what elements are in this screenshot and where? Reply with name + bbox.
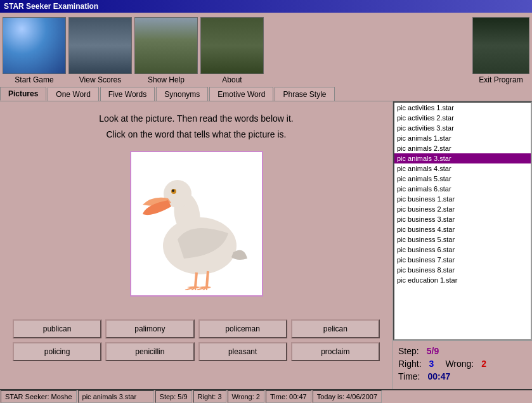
file-item-3[interactable]: pic animals 1.star [394,133,531,143]
file-item-17[interactable]: pic education 1.star [394,275,531,285]
instruction-area: Look at the picture. Then read the words… [0,101,393,146]
svg-point-4 [172,189,174,192]
time-value: 00:47 [427,371,450,381]
show-help-label[interactable]: Show Help [148,75,185,84]
file-item-16[interactable]: pic business 8.star [394,265,531,275]
picture-frame [130,151,263,297]
title-bar-text: STAR Seeker Examination [4,2,98,11]
instruction-line2: Click on the word that tells what the pi… [13,127,380,143]
pelican-image [139,157,254,290]
file-item-5[interactable]: pic animals 3.star [394,153,531,163]
tab-five-words[interactable]: Five Words [100,87,155,101]
start-game-section[interactable]: Start Game [3,17,66,86]
title-bar: STAR Seeker Examination [0,0,532,13]
view-scores-image [68,17,132,74]
file-item-11[interactable]: pic business 3.star [394,214,531,224]
start-game-label[interactable]: Start Game [15,75,53,84]
answer-button-4[interactable]: policing [13,342,101,361]
wrong-label: Wrong: [445,359,474,369]
file-item-8[interactable]: pic animals 6.star [394,184,531,194]
toolbar-area: Start Game View Scores Show Help About E… [0,13,532,86]
step-row: Step: 5/9 [398,346,527,356]
time-label: Time: [398,371,420,381]
main-wrapper: STAR Seeker Examination Start Game View … [0,0,532,403]
start-game-image [3,17,66,74]
status-app-name: STAR Seeker: Moshe [1,390,77,403]
answer-button-0[interactable]: publican [13,319,101,338]
answer-button-3[interactable]: pelican [291,319,380,338]
about-section[interactable]: About [200,17,264,86]
right-wrong-row: Right: 3 Wrong: 2 [398,359,527,369]
status-step: Step: 5/9 [155,390,192,403]
wrong-value: 2 [481,359,486,369]
svg-line-6 [207,271,208,287]
answer-buttons-area: publican palimony policeman pelican poli… [0,314,393,366]
tab-phrase-style[interactable]: Phrase Style [275,87,334,101]
show-help-image [134,17,198,74]
file-item-14[interactable]: pic business 6.star [394,245,531,255]
answer-button-6[interactable]: pleasant [198,342,287,361]
time-row: Time: 00:47 [398,371,527,381]
show-help-section[interactable]: Show Help [134,17,198,86]
file-item-0[interactable]: pic activities 1.star [394,103,531,113]
about-image [200,17,264,74]
right-value: 3 [429,359,434,369]
file-item-4[interactable]: pic animals 2.star [394,143,531,153]
tab-emotive-word[interactable]: Emotive Word [209,87,273,101]
file-item-9[interactable]: pic business 1.star [394,194,531,204]
view-scores-label[interactable]: View Scores [79,75,121,84]
file-item-12[interactable]: pic business 4.star [394,224,531,234]
answer-button-7[interactable]: proclaim [291,342,380,361]
file-item-13[interactable]: pic business 5.star [394,234,531,245]
exit-image [472,17,529,74]
left-content: Look at the picture. Then read the words… [0,101,393,389]
file-item-10[interactable]: pic business 2.star [394,204,531,214]
answer-button-1[interactable]: palimony [105,319,194,338]
tab-synonyms[interactable]: Synonyms [156,87,208,101]
step-value: 5/9 [427,346,439,356]
status-time: Time: 00:47 [266,390,311,403]
file-item-6[interactable]: pic animals 4.star [394,163,531,174]
file-listbox[interactable]: pic activities 1.starpic activities 2.st… [393,101,532,340]
file-item-7[interactable]: pic animals 5.star [394,174,531,184]
file-item-15[interactable]: pic business 7.star [394,255,531,265]
status-bar: STAR Seeker: Moshe pic animals 3.star St… [0,389,532,403]
file-item-1[interactable]: pic activities 2.star [394,113,531,123]
view-scores-section[interactable]: View Scores [68,17,132,86]
about-label[interactable]: About [222,75,242,84]
stats-area: Step: 5/9 Right: 3 Wrong: 2 Time: 00:47 [393,340,532,389]
tab-pictures[interactable]: Pictures [0,87,46,101]
content-area: Look at the picture. Then read the words… [0,101,532,389]
svg-line-5 [195,272,197,287]
status-right: Right: 3 [193,390,226,403]
exit-section[interactable]: Exit Program [472,17,529,86]
exit-label[interactable]: Exit Program [479,75,522,84]
status-wrong: Wrong: 2 [228,390,264,403]
answer-button-2[interactable]: policeman [198,319,287,338]
right-label: Right: [398,359,422,369]
tabs-row: Pictures One Word Five Words Synonyms Em… [0,86,532,101]
status-file: pic animals 3.star [78,390,154,403]
answer-button-5[interactable]: penicillin [105,342,194,361]
tab-one-word[interactable]: One Word [48,87,98,101]
step-label: Step: [398,346,419,356]
file-item-2[interactable]: pic activities 3.star [394,123,531,133]
status-date: Today is: 4/06/2007 [313,390,382,403]
right-panel: pic activities 1.starpic activities 2.st… [393,101,532,389]
instruction-line1: Look at the picture. Then read the words… [13,111,380,127]
picture-area [0,146,393,314]
